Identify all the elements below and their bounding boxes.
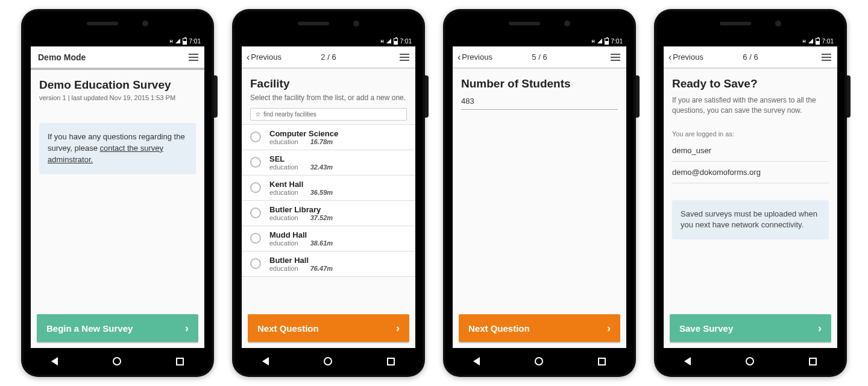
- chevron-left-icon: ‹: [458, 52, 461, 63]
- email-display: demo@dokomoforms.org: [672, 162, 829, 183]
- username-display: demo_user: [672, 140, 829, 162]
- hamburger-menu-icon[interactable]: [605, 54, 626, 61]
- signal-icon: [175, 39, 180, 43]
- facility-name: Kent Hall: [269, 180, 333, 189]
- facility-category: education: [269, 265, 298, 272]
- page-description: Select the facility from the list, or ad…: [250, 93, 407, 103]
- facility-row[interactable]: Mudd Halleducation38.61m: [242, 226, 415, 251]
- recents-icon[interactable]: [176, 358, 184, 365]
- next-question-button[interactable]: Next Question ›: [248, 314, 409, 342]
- back-icon[interactable]: [51, 357, 58, 365]
- phone-frame: H7:01 ‹Previous 5 / 6 Number of Students…: [443, 9, 636, 377]
- chevron-right-icon: ›: [185, 322, 189, 335]
- page-subtitle: version 1 | last updated Nov 19, 2015 1:…: [39, 94, 196, 101]
- topbar-title: Demo Mode: [31, 52, 86, 62]
- home-icon[interactable]: [535, 357, 543, 365]
- next-question-button[interactable]: Next Question ›: [459, 314, 620, 342]
- facility-row[interactable]: Kent Halleducation36.59m: [242, 175, 415, 200]
- radio-icon: [250, 131, 261, 142]
- facility-category: education: [269, 163, 298, 171]
- facility-name: Butler Library: [269, 205, 333, 214]
- page-title: Demo Education Survey: [39, 78, 196, 92]
- chevron-right-icon: ›: [396, 322, 400, 335]
- radio-icon: [250, 258, 261, 269]
- find-nearby-button[interactable]: ☆ find nearby facilities: [250, 108, 407, 121]
- facility-distance: 37.52m: [310, 214, 333, 221]
- logged-in-label: You are logged in as:: [672, 130, 829, 138]
- facility-category: education: [269, 138, 298, 145]
- radio-icon: [250, 182, 261, 193]
- info-panel: Saved surveys must be uploaded when you …: [672, 200, 829, 240]
- facility-name: Computer Science: [269, 129, 338, 138]
- begin-survey-button[interactable]: Begin a New Survey ›: [37, 314, 198, 342]
- home-icon[interactable]: [324, 357, 332, 365]
- android-statusbar: H 7:01: [242, 36, 415, 46]
- radio-icon: [250, 233, 261, 244]
- page-title: Ready to Save?: [672, 77, 829, 90]
- battery-icon: [183, 38, 187, 45]
- radio-icon: [250, 207, 261, 218]
- chevron-right-icon: ›: [607, 322, 611, 335]
- phone-frame: H 7:01 ‹ Previous 2 / 6 Facility Select …: [232, 9, 425, 377]
- facility-row[interactable]: Butler Libraryeducation37.52m: [242, 200, 415, 226]
- facility-distance: 38.61m: [310, 239, 333, 247]
- facility-name: Mudd Hall: [269, 230, 333, 239]
- facility-category: education: [269, 214, 298, 221]
- app-topbar: Demo Mode: [31, 46, 204, 68]
- back-icon[interactable]: [262, 357, 269, 365]
- facility-name: Butler Hall: [269, 256, 333, 265]
- radio-icon: [250, 157, 261, 168]
- recents-icon[interactable]: [387, 358, 395, 365]
- chevron-right-icon: ›: [818, 322, 822, 335]
- facility-distance: 36.59m: [310, 189, 333, 196]
- phone-frame: H7:01 ‹Previous 6 / 6 Ready to Save? If …: [654, 9, 847, 377]
- chevron-left-icon: ‹: [247, 52, 250, 63]
- previous-button[interactable]: ‹ Previous: [242, 52, 281, 63]
- facility-distance: 76.47m: [310, 265, 333, 272]
- page-description: If you are satisfied with the answers to…: [672, 95, 829, 116]
- android-navbar: [24, 348, 212, 375]
- facility-distance: 32.43m: [310, 163, 333, 171]
- students-input[interactable]: [461, 93, 618, 110]
- facility-distance: 16.78m: [310, 138, 333, 145]
- page-title: Facility: [250, 77, 407, 90]
- earpiece: [24, 11, 212, 36]
- chevron-left-icon: ‹: [668, 52, 671, 63]
- network-type-icon: H: [169, 39, 172, 43]
- clock: 7:01: [189, 38, 201, 45]
- hamburger-menu-icon[interactable]: [183, 54, 204, 61]
- home-icon[interactable]: [746, 357, 754, 365]
- recents-icon[interactable]: [809, 358, 817, 365]
- facility-row[interactable]: Butler Halleducation76.47m: [242, 251, 415, 277]
- back-icon[interactable]: [684, 357, 691, 365]
- facility-category: education: [269, 189, 298, 196]
- page-title: Number of Students: [461, 77, 618, 90]
- previous-button[interactable]: ‹Previous: [664, 52, 703, 63]
- app-topbar: ‹ Previous 2 / 6: [242, 46, 415, 68]
- phone-frame: H 7:01 Demo Mode Demo Education Survey v…: [21, 9, 214, 377]
- hamburger-menu-icon[interactable]: [394, 54, 415, 61]
- facility-row[interactable]: Computer Scienceeducation16.78m: [242, 124, 415, 150]
- back-icon[interactable]: [473, 357, 480, 365]
- home-icon[interactable]: [113, 357, 121, 365]
- facility-list: Computer Scienceeducation16.78mSELeducat…: [242, 124, 415, 308]
- recents-icon[interactable]: [598, 358, 606, 365]
- facility-name: SEL: [269, 154, 333, 163]
- star-icon: ☆: [255, 110, 261, 118]
- info-panel: If you have any questions regarding the …: [39, 123, 196, 174]
- facility-category: education: [269, 239, 298, 247]
- android-statusbar: H 7:01: [31, 36, 204, 46]
- save-survey-button[interactable]: Save Survey ›: [670, 314, 831, 342]
- previous-button[interactable]: ‹Previous: [453, 52, 492, 63]
- facility-row[interactable]: SELeducation32.43m: [242, 150, 415, 175]
- hamburger-menu-icon[interactable]: [816, 54, 837, 61]
